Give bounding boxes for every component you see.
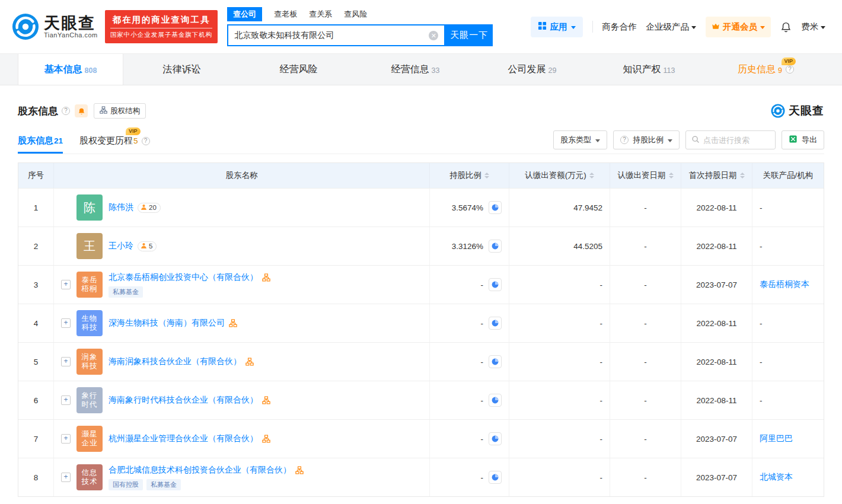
tab-development[interactable]: 公司发展29 [474, 54, 591, 85]
column-header: 序号 [18, 163, 54, 188]
help-icon[interactable]: ? [786, 65, 794, 74]
enterprise-products-label: 企业级产品 [646, 21, 690, 33]
equity-structure-icon[interactable] [295, 466, 304, 474]
avatar-text: 科技 [82, 323, 98, 332]
pie-chart-button[interactable] [489, 432, 502, 445]
pie-chart-button[interactable] [489, 240, 502, 253]
amount-value: - [600, 396, 603, 405]
shareholder-name-link[interactable]: 杭州灏星企业管理合伙企业（有限合伙） [109, 433, 258, 444]
row-index: 3 [34, 280, 39, 289]
expand-button[interactable]: + [61, 395, 71, 405]
clear-search-icon[interactable]: ✕ [429, 31, 438, 40]
ratio-cell: - [430, 458, 509, 496]
index-cell: 1 [18, 189, 54, 227]
sort-control[interactable] [740, 173, 745, 178]
tab-basic-info[interactable]: 基本信息808 [18, 54, 123, 85]
avatar: 陈 [76, 194, 103, 221]
logo-title: 天眼查 [44, 15, 98, 31]
ratio-filter[interactable]: ? 持股比例 [613, 130, 680, 149]
shareholder-name-link[interactable]: 海南象行时代科技合伙企业（有限合伙） [109, 395, 258, 406]
avatar-text: 灏星 [82, 430, 98, 439]
expand-button[interactable]: + [61, 280, 71, 289]
related-product-link[interactable]: 阿里巴巴 [760, 433, 793, 444]
avatar: 象行时代 [76, 387, 103, 413]
subtab-shareholders[interactable]: 股东信息21 [18, 135, 63, 154]
help-icon[interactable]: ? [142, 137, 150, 145]
tianyancha-logo[interactable]: 天眼查 TianYanCha.com [12, 13, 98, 40]
shareholder-info: 杭州灏星企业管理合伙企业（有限合伙） [109, 433, 270, 444]
table-search-input[interactable] [703, 136, 770, 145]
tab-operation-info[interactable]: 经营信息33 [357, 54, 474, 85]
equity-structure-button[interactable]: 股权结构 [94, 103, 146, 119]
pie-chart-button[interactable] [489, 317, 502, 330]
avatar: 信息技术 [76, 464, 103, 490]
related-product-link[interactable]: 北城资本 [760, 472, 793, 483]
search-input[interactable] [234, 31, 429, 40]
table-header: 序号股东名称持股比例认缴出资额(万元)认缴出资日期首次持股日期关联产品/机构 [18, 163, 824, 188]
pie-chart-button[interactable] [489, 201, 502, 214]
partner-count-badge[interactable]: 20 [138, 203, 161, 213]
apps-menu-button[interactable]: 应用 [531, 17, 583, 37]
sort-control[interactable] [589, 173, 594, 178]
equity-structure-icon[interactable] [229, 319, 237, 327]
shareholder-name-link[interactable]: 陈伟洪 [109, 202, 133, 213]
equity-structure-icon[interactable] [262, 273, 270, 282]
equity-structure-icon[interactable] [262, 435, 270, 443]
shareholder-name-link[interactable]: 王小玲 [109, 241, 133, 251]
related-product-link[interactable]: 泰岳梧桐资本 [760, 279, 809, 290]
shareholder-tags: 国有控股私募基金 [109, 479, 304, 490]
grid-icon [538, 21, 547, 32]
search-tab-boss[interactable]: 查老板 [274, 8, 297, 21]
shareholder-name-link[interactable]: 北京泰岳梧桐创业投资中心（有限合伙） [109, 272, 258, 283]
open-vip-button[interactable]: 开通会员 [706, 17, 771, 37]
related-value: - [760, 319, 763, 328]
tab-label: 知识产权 [623, 63, 661, 76]
expand-button[interactable]: + [61, 357, 71, 366]
sort-control[interactable] [484, 173, 489, 178]
nav-item-enterprise-products[interactable]: 企业级产品 [646, 21, 697, 33]
equity-structure-icon[interactable] [245, 358, 254, 366]
pie-chart-button[interactable] [489, 278, 502, 291]
notifications-bell-icon[interactable] [780, 21, 792, 33]
first-date-value: 2022-08-11 [696, 203, 736, 212]
tab-history[interactable]: 历史信息9VIP? [707, 54, 824, 85]
tab-operation-risk[interactable]: 经营风险 [240, 54, 357, 85]
pie-chart-button[interactable] [489, 355, 502, 368]
sort-control[interactable] [669, 173, 674, 178]
help-icon[interactable]: ? [62, 107, 70, 115]
user-menu[interactable]: 费米 [801, 21, 825, 33]
search-tab-relation[interactable]: 查关系 [309, 8, 332, 21]
ratio-cell: 3.5674% [430, 189, 509, 227]
search-tab-company[interactable]: 查公司 [227, 7, 262, 21]
shareholder-tag: 私募基金 [109, 286, 143, 298]
expand-button[interactable]: + [61, 434, 71, 444]
expand-button[interactable]: + [61, 318, 71, 328]
nav-item-business-coop[interactable]: 商务合作 [602, 21, 637, 33]
ratio-cell: - [430, 420, 509, 458]
ratio-cell: - [430, 304, 509, 342]
subscribe-bell-icon[interactable] [75, 104, 88, 117]
equity-structure-icon[interactable] [262, 396, 270, 404]
shareholder-name-link[interactable]: 合肥北城信息技术科创投资合伙企业（有限合伙） [109, 465, 291, 476]
search-button[interactable]: 天眼一下 [445, 24, 493, 46]
open-vip-label: 开通会员 [723, 21, 757, 33]
ratio-cell: 3.3126% [430, 227, 509, 265]
pie-chart-button[interactable] [489, 394, 502, 407]
export-button[interactable]: 导出 [782, 130, 824, 149]
shareholder-name-link[interactable]: 深海生物科技（海南）有限公司 [109, 318, 225, 328]
pie-chart-button[interactable] [489, 471, 502, 484]
shareholder-name-link[interactable]: 海南润象科技合伙企业（有限合伙） [109, 356, 241, 367]
tab-ip[interactable]: 知识产权113 [591, 54, 707, 85]
pay-date-value: - [644, 203, 647, 212]
main-tabs: 基本信息808法律诉讼经营风险经营信息33公司发展29知识产权113历史信息9V… [0, 53, 842, 85]
partner-count-badge[interactable]: 5 [138, 241, 157, 251]
related-value: - [760, 396, 763, 405]
tab-legal[interactable]: 法律诉讼 [123, 54, 240, 85]
content: 股东信息 ? 股权结构 天眼查 股东信息21股权变更历程5VIP? 股东类型 ?… [0, 103, 842, 497]
expand-button[interactable]: + [61, 473, 71, 482]
excel-export-icon [789, 135, 798, 145]
chevron-down-icon [571, 26, 576, 29]
shareholder-type-filter[interactable]: 股东类型 [553, 130, 607, 149]
subtab-equity-changes[interactable]: 股权变更历程5VIP? [79, 135, 150, 154]
search-tab-risk[interactable]: 查风险 [344, 8, 367, 21]
